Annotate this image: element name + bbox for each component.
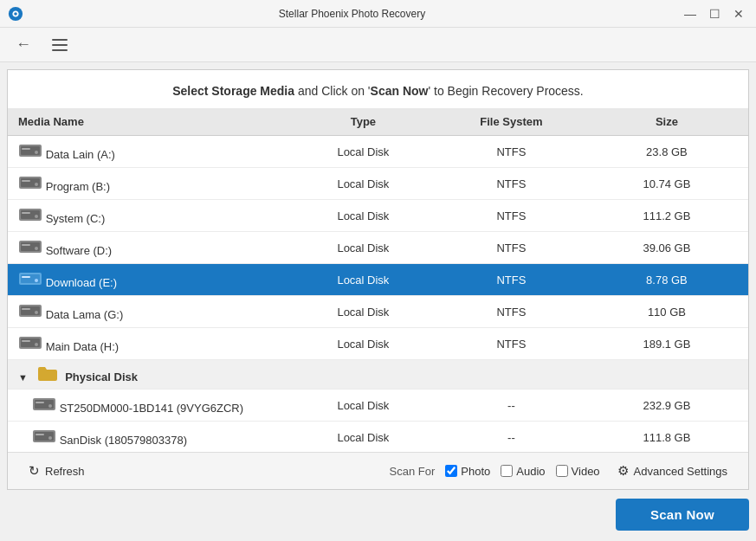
table-header: Media Name Type File System Size bbox=[8, 108, 748, 136]
physical-disk-row[interactable]: ST250DM000-1BD141 (9VYG6ZCR) Local Disk … bbox=[8, 390, 748, 422]
drive-type: Local Disk bbox=[289, 296, 437, 328]
refresh-button[interactable]: ↻ Refresh bbox=[22, 460, 92, 482]
svg-rect-4 bbox=[22, 148, 30, 150]
hamburger-line-1 bbox=[52, 39, 68, 41]
svg-rect-24 bbox=[22, 308, 30, 310]
app-icon bbox=[7, 5, 24, 23]
drive-size: 111.8 GB bbox=[585, 422, 748, 453]
nav-bar: ← bbox=[0, 28, 756, 62]
audio-checkbox[interactable] bbox=[501, 465, 513, 477]
disk-icon bbox=[18, 206, 42, 223]
app-window: Stellar Phoenix Photo Recovery — ☐ ✕ ← S… bbox=[0, 0, 756, 541]
drive-filesystem: NTFS bbox=[437, 200, 585, 232]
hamburger-line-3 bbox=[52, 49, 68, 51]
disk-icon bbox=[18, 174, 42, 191]
title-bar: Stellar Phoenix Photo Recovery — ☐ ✕ bbox=[0, 0, 756, 28]
drive-filesystem: NTFS bbox=[437, 136, 585, 168]
drive-name: Data Lama (G:) bbox=[46, 308, 124, 321]
drive-type: Local Disk bbox=[289, 168, 437, 200]
disk-icon bbox=[32, 396, 56, 413]
drive-size: 111.2 GB bbox=[585, 200, 748, 232]
svg-rect-8 bbox=[22, 180, 30, 182]
physical-disk-folder-icon bbox=[36, 370, 57, 383]
disk-icon bbox=[18, 142, 42, 159]
drive-name: Download (E:) bbox=[46, 276, 117, 289]
advanced-settings-button[interactable]: ⚙ Advanced Settings bbox=[611, 460, 734, 482]
menu-button[interactable] bbox=[47, 34, 73, 56]
table-row[interactable]: Data Lain (A:) Local Disk NTFS 23.8 GB bbox=[8, 136, 748, 168]
drive-size: 10.74 GB bbox=[585, 168, 748, 200]
maximize-button[interactable]: ☐ bbox=[704, 3, 725, 24]
drive-filesystem: NTFS bbox=[437, 232, 585, 264]
photo-checkbox-label[interactable]: Photo bbox=[445, 465, 490, 478]
svg-point-25 bbox=[35, 311, 38, 314]
instruction-text: and Click on 'Scan Now' to Begin Recover… bbox=[298, 84, 584, 98]
svg-point-9 bbox=[35, 183, 38, 186]
drive-size: 189.1 GB bbox=[585, 328, 748, 360]
drive-type: Local Disk bbox=[289, 390, 437, 422]
scan-now-button[interactable]: Scan Now bbox=[616, 499, 749, 531]
drive-filesystem: NTFS bbox=[437, 168, 585, 200]
svg-rect-36 bbox=[36, 434, 44, 435]
disk-icon bbox=[18, 238, 42, 255]
drive-filesystem: NTFS bbox=[437, 328, 585, 360]
photo-label: Photo bbox=[461, 465, 490, 478]
audio-label: Audio bbox=[516, 465, 545, 478]
window-title: Stellar Phoenix Photo Recovery bbox=[24, 8, 680, 20]
physical-disk-section-header[interactable]: ▼ Physical Disk bbox=[8, 360, 748, 390]
svg-rect-28 bbox=[22, 340, 30, 342]
drive-name: Program (B:) bbox=[46, 180, 110, 193]
window-controls: — ☐ ✕ bbox=[680, 3, 749, 24]
audio-checkbox-label[interactable]: Audio bbox=[501, 465, 545, 478]
col-filesystem: File System bbox=[437, 108, 585, 136]
video-checkbox[interactable] bbox=[556, 465, 568, 477]
table-row[interactable]: Data Lama (G:) Local Disk NTFS 110 GB bbox=[8, 296, 748, 328]
gear-icon: ⚙ bbox=[617, 463, 629, 479]
bottom-bar: ↻ Refresh Scan For Photo Audio V bbox=[8, 452, 748, 489]
drive-size: 23.8 GB bbox=[585, 136, 748, 168]
svg-point-17 bbox=[35, 247, 38, 250]
drive-type: Local Disk bbox=[289, 422, 437, 453]
photo-checkbox[interactable] bbox=[445, 465, 457, 477]
drive-size: 232.9 GB bbox=[585, 390, 748, 422]
table-row[interactable]: Download (E:) Local Disk NTFS 8.78 GB bbox=[8, 264, 748, 296]
advanced-settings-label: Advanced Settings bbox=[634, 465, 727, 478]
table-row[interactable]: Software (D:) Local Disk NTFS 39.06 GB bbox=[8, 232, 748, 264]
svg-point-13 bbox=[35, 215, 38, 218]
disk-icon bbox=[18, 334, 42, 351]
table-wrapper: Media Name Type File System Size bbox=[8, 108, 748, 452]
svg-rect-20 bbox=[22, 276, 30, 278]
video-label: Video bbox=[572, 465, 600, 478]
drive-type: Local Disk bbox=[289, 328, 437, 360]
drive-type: Local Disk bbox=[289, 264, 437, 296]
hamburger-line-2 bbox=[52, 44, 68, 46]
svg-rect-12 bbox=[22, 212, 30, 214]
scan-now-section: Scan Now bbox=[7, 490, 749, 534]
drive-filesystem: -- bbox=[437, 422, 585, 453]
svg-point-1 bbox=[14, 12, 17, 16]
scan-options: Scan For Photo Audio Video ⚙ bbox=[390, 460, 734, 482]
inner-panel: Select Storage Media and Click on 'Scan … bbox=[7, 69, 749, 490]
drive-filesystem: NTFS bbox=[437, 296, 585, 328]
drive-type: Local Disk bbox=[289, 232, 437, 264]
close-button[interactable]: ✕ bbox=[728, 3, 749, 24]
select-storage-bold: Select Storage Media bbox=[172, 84, 294, 98]
table-body-scroll[interactable]: Data Lain (A:) Local Disk NTFS 23.8 GB P… bbox=[8, 136, 748, 452]
physical-disk-label: Physical Disk bbox=[65, 370, 138, 383]
drive-name: ST250DM000-1BD141 (9VYG6ZCR) bbox=[60, 402, 243, 415]
svg-point-29 bbox=[35, 343, 38, 346]
drive-size: 8.78 GB bbox=[585, 264, 748, 296]
drive-filesystem: -- bbox=[437, 390, 585, 422]
svg-point-21 bbox=[35, 279, 38, 282]
minimize-button[interactable]: — bbox=[680, 3, 701, 24]
table-row[interactable]: Main Data (H:) Local Disk NTFS 189.1 GB bbox=[8, 328, 748, 360]
instruction-header: Select Storage Media and Click on 'Scan … bbox=[8, 70, 748, 108]
video-checkbox-label[interactable]: Video bbox=[556, 465, 600, 478]
physical-disk-row[interactable]: SanDisk (180579803378) Local Disk -- 111… bbox=[8, 422, 748, 453]
table-row[interactable]: Program (B:) Local Disk NTFS 10.74 GB bbox=[8, 168, 748, 200]
back-button[interactable]: ← bbox=[10, 32, 36, 57]
table-row[interactable]: System (C:) Local Disk NTFS 111.2 GB bbox=[8, 200, 748, 232]
col-type: Type bbox=[289, 108, 437, 136]
refresh-icon: ↻ bbox=[29, 463, 40, 479]
disk-icon bbox=[18, 270, 42, 287]
